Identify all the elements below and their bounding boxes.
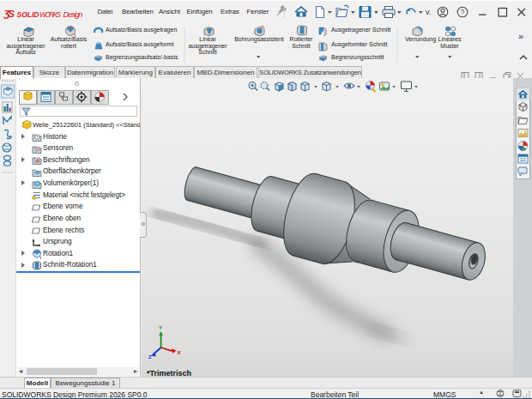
svg-text:Verrundung: Verrundung (405, 36, 436, 43)
svg-text:Lineares: Lineares (438, 36, 462, 42)
svg-text:Schnitt: Schnitt (292, 43, 310, 49)
svg-text:Ausgeformter Schnitt: Ausgeformter Schnitt (331, 41, 387, 48)
svg-text:Aufsatz: Aufsatz (15, 49, 36, 55)
svg-text:Schnitt: Schnitt (198, 49, 216, 55)
svg-text:Begrenzungsschnitt: Begrenzungsschnitt (331, 54, 384, 61)
svg-text:Z: Z (148, 354, 152, 360)
svg-text:Design: Design (63, 9, 83, 19)
svg-text:Ausgetragener Schnitt: Ausgetragener Schnitt (331, 27, 390, 33)
svg-text:rotiert: rotiert (61, 43, 76, 49)
svg-text:Aufsatz/Basis ausgetragen: Aufsatz/Basis ausgetragen (106, 27, 177, 33)
svg-text:Aufsatz/Basis ausgeformt: Aufsatz/Basis ausgeformt (106, 41, 173, 48)
svg-text:WORKS: WORKS (39, 10, 61, 19)
svg-text:Linear: Linear (199, 36, 216, 42)
svg-text:Aufsatz/Basis: Aufsatz/Basis (51, 36, 88, 42)
svg-text:X: X (178, 350, 181, 355)
svg-text:Rotierter: Rotierter (290, 36, 314, 42)
svg-text:A: A (36, 158, 39, 163)
svg-text:ƷS: ƷS (3, 9, 15, 19)
svg-text:SOLID: SOLID (17, 10, 39, 19)
svg-text:Muster: Muster (440, 43, 459, 49)
svg-text:Begrenzungsaufsatz/-basis: Begrenzungsaufsatz/-basis (106, 54, 178, 61)
svg-text:?: ? (461, 8, 465, 16)
svg-text:Bohrungsassistent: Bohrungsassistent (234, 36, 284, 43)
svg-text:»: » (518, 31, 523, 41)
svg-text:Linear: Linear (17, 36, 34, 42)
svg-text:Y: Y (159, 325, 162, 330)
svg-text:v.: v. (426, 8, 431, 16)
svg-text:*Trimetrisch: *Trimetrisch (147, 369, 191, 377)
